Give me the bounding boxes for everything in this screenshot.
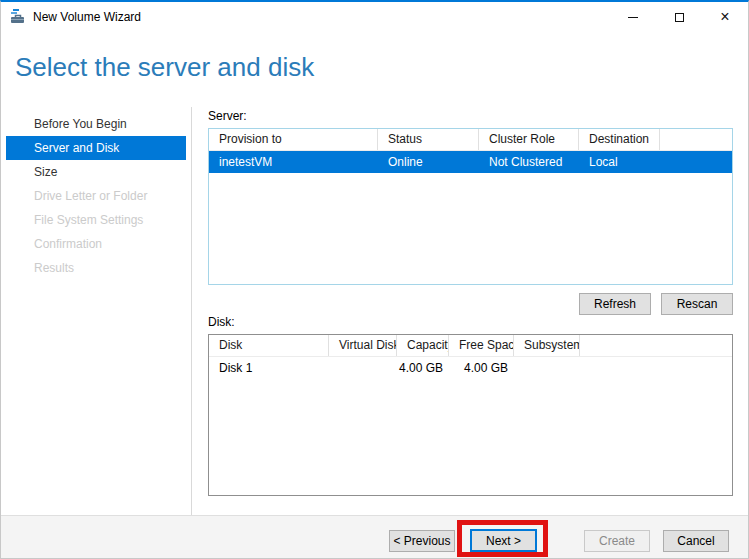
column-header-destination[interactable]: Destination [579,129,660,150]
wizard-steps-sidebar: Before You Begin Server and Disk Size Dr… [1,112,191,280]
previous-button[interactable]: < Previous [389,530,455,552]
cell-disk: Disk 1 [209,357,329,379]
column-header-provision-to[interactable]: Provision to [209,129,378,150]
refresh-button[interactable]: Refresh [579,293,651,315]
cell-capacity: 4.00 GB [397,357,449,379]
column-header-cluster-role[interactable]: Cluster Role [479,129,579,150]
cell-subsystem [514,357,580,379]
toolbox-icon [10,9,26,25]
window-controls: × [610,2,748,32]
disk-table: Disk Virtual Disk Capacity Free Space Su… [208,334,733,496]
disk-table-header: Disk Virtual Disk Capacity Free Space Su… [209,335,732,357]
cell-cluster-role: Not Clustered [479,151,579,173]
column-header-subsystem[interactable]: Subsystem [514,335,580,356]
cell-provision-to: inetestVM [209,151,378,173]
column-header-disk[interactable]: Disk [209,335,329,356]
next-button[interactable]: Next > [470,529,537,552]
server-table-header: Provision to Status Cluster Role Destina… [209,129,732,151]
sidebar-item-drive-letter-or-folder: Drive Letter or Folder [1,184,191,208]
cell-filler [660,151,732,173]
sidebar-item-server-and-disk[interactable]: Server and Disk [6,136,186,160]
maximize-icon [675,13,684,22]
column-header-filler [660,129,732,150]
sidebar-item-file-system-settings: File System Settings [1,208,191,232]
cell-virtual-disk [329,357,397,379]
close-button[interactable]: × [702,2,748,32]
page-title: Select the server and disk [15,52,314,83]
column-header-free-space[interactable]: Free Space [449,335,514,356]
close-icon: × [720,9,729,25]
create-button[interactable]: Create [584,530,650,552]
column-header-virtual-disk[interactable]: Virtual Disk [329,335,397,356]
minimize-button[interactable] [610,2,656,32]
cancel-button[interactable]: Cancel [663,530,729,552]
new-volume-wizard-window: New Volume Wizard × Select the server an… [0,0,749,559]
server-table-row[interactable]: inetestVM Online Not Clustered Local [209,151,732,173]
sidebar-item-results: Results [1,256,191,280]
title-bar: New Volume Wizard × [1,2,748,32]
cell-destination: Local [579,151,660,173]
cell-filler [580,357,732,379]
maximize-button[interactable] [656,2,702,32]
column-header-filler [580,335,732,356]
server-label: Server: [208,109,247,123]
rescan-button[interactable]: Rescan [661,293,733,315]
cell-status: Online [378,151,479,173]
sidebar-divider [191,107,192,518]
server-table: Provision to Status Cluster Role Destina… [208,128,733,285]
disk-table-row[interactable]: Disk 1 4.00 GB 4.00 GB [209,357,732,379]
sidebar-item-before-you-begin[interactable]: Before You Begin [1,112,191,136]
window-title: New Volume Wizard [33,10,141,24]
column-header-capacity[interactable]: Capacity [397,335,449,356]
disk-label: Disk: [208,315,235,329]
sidebar-item-confirmation: Confirmation [1,232,191,256]
column-header-status[interactable]: Status [378,129,479,150]
sidebar-item-size[interactable]: Size [1,160,191,184]
minimize-icon [628,17,638,18]
cell-free-space: 4.00 GB [449,357,514,379]
